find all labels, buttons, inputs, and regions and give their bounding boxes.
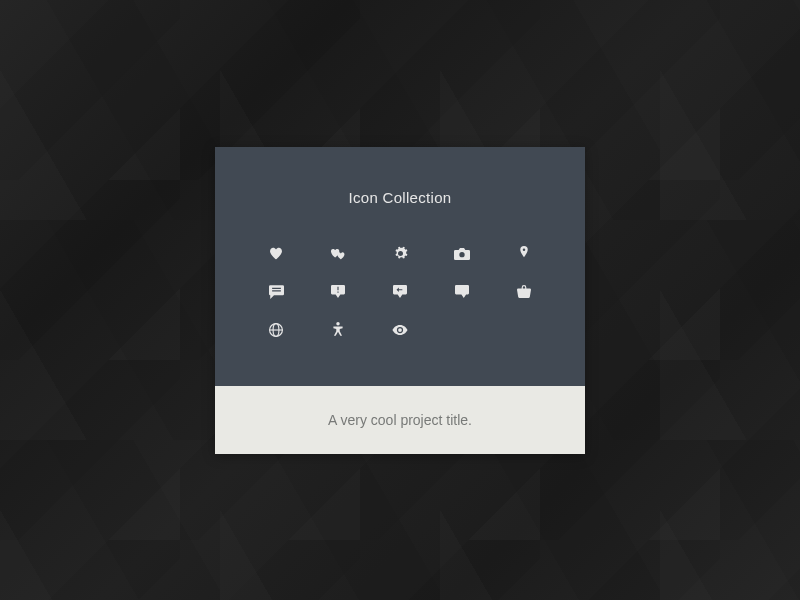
card-title: Icon Collection [245,189,555,206]
card-body: Icon Collection [215,147,585,386]
chat-reply-icon [392,284,408,300]
eye-icon [392,322,408,338]
card-footer: A very cool project title. [215,386,585,454]
accessibility-icon [330,322,346,338]
comment-icon [454,284,470,300]
camera-icon [454,246,470,262]
pin-icon [516,246,532,262]
empty-cell [454,322,470,338]
project-title: A very cool project title. [235,412,565,428]
svg-point-3 [336,322,339,325]
globe-icon [268,322,284,338]
basket-icon [516,284,532,300]
icon-collection-card: Icon Collection [215,147,585,454]
empty-cell [516,322,532,338]
hearts-icon [330,246,346,262]
icon-grid [245,246,555,338]
chat-alert-icon [330,284,346,300]
gear-icon [392,246,408,262]
chat-lines-icon [268,284,284,300]
heart-icon [268,246,284,262]
